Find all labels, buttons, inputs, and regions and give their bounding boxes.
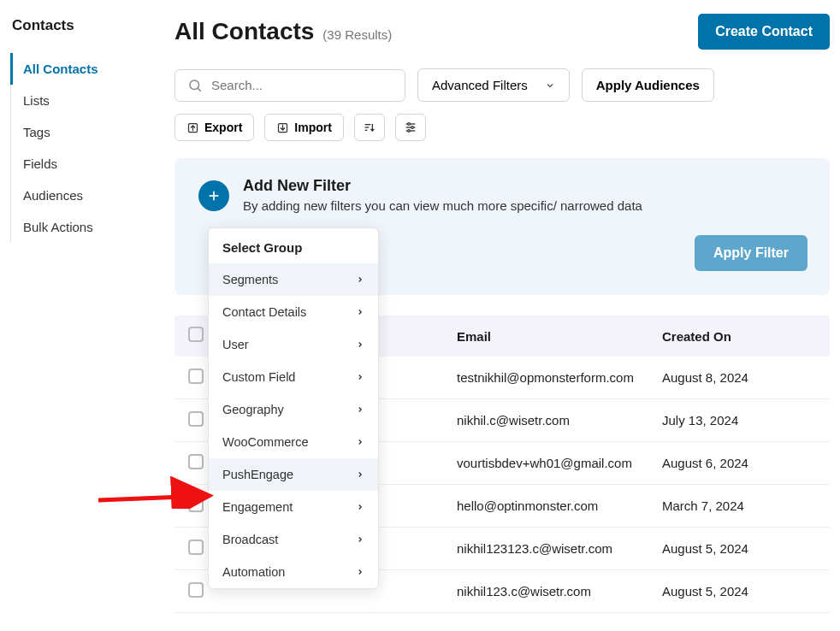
row-checkbox[interactable] bbox=[188, 497, 204, 512]
cell-created: August 8, 2024 bbox=[662, 370, 816, 385]
column-created[interactable]: Created On bbox=[662, 329, 816, 344]
sidebar-item-tags[interactable]: Tags bbox=[11, 116, 154, 148]
dropdown-header: Select Group bbox=[209, 228, 378, 263]
chevron-right-icon bbox=[356, 503, 364, 511]
import-icon bbox=[276, 121, 289, 134]
dropdown-item-automation[interactable]: Automation bbox=[209, 556, 378, 588]
dropdown-item-woocommerce[interactable]: WooCommerce bbox=[209, 426, 378, 458]
plus-icon bbox=[207, 189, 221, 203]
dropdown-item-pushengage[interactable]: PushEngage bbox=[209, 458, 378, 491]
sidebar-item-audiences[interactable]: Audiences bbox=[11, 180, 154, 211]
dropdown-item-label: Custom Field bbox=[222, 370, 295, 384]
dropdown-item-contact-details[interactable]: Contact Details bbox=[209, 296, 378, 328]
chevron-right-icon bbox=[356, 470, 364, 479]
cell-created: August 5, 2024 bbox=[662, 584, 816, 599]
dropdown-item-label: Broadcast bbox=[222, 533, 278, 546]
dropdown-item-label: PushEngage bbox=[222, 468, 293, 481]
advanced-filters-label: Advanced Filters bbox=[432, 78, 528, 92]
dropdown-item-geography[interactable]: Geography bbox=[209, 393, 378, 426]
dropdown-item-segments[interactable]: Segments bbox=[209, 263, 378, 296]
cell-created: August 6, 2024 bbox=[662, 456, 816, 470]
dropdown-item-label: User bbox=[222, 338, 249, 351]
svg-point-10 bbox=[408, 123, 411, 126]
export-label: Export bbox=[204, 121, 242, 134]
sidebar-nav: All ContactsListsTagsFieldsAudiencesBulk… bbox=[10, 53, 154, 243]
cell-email: hello@optinmonster.com bbox=[457, 498, 662, 513]
sidebar-item-fields[interactable]: Fields bbox=[11, 148, 154, 180]
sidebar-title: Contacts bbox=[10, 17, 154, 34]
page-title: All Contacts bbox=[175, 18, 314, 45]
search-box[interactable] bbox=[175, 69, 405, 102]
dropdown-item-label: Segments bbox=[222, 273, 278, 286]
chevron-right-icon bbox=[356, 373, 364, 381]
apply-audiences-button[interactable]: Apply Audiences bbox=[582, 68, 714, 102]
sidebar: Contacts All ContactsListsTagsFieldsAudi… bbox=[0, 0, 154, 613]
dropdown-item-label: Geography bbox=[222, 403, 284, 416]
chevron-right-icon bbox=[356, 405, 364, 414]
cell-email: nikhil123123.c@wisetr.com bbox=[457, 541, 662, 556]
chevron-right-icon bbox=[356, 535, 364, 544]
dropdown-item-label: Contact Details bbox=[222, 305, 306, 319]
chevron-right-icon bbox=[356, 568, 364, 576]
chevron-right-icon bbox=[356, 275, 364, 284]
advanced-filters-dropdown[interactable]: Advanced Filters bbox=[417, 68, 570, 102]
filter-title: Add New Filter bbox=[243, 177, 642, 195]
chevron-right-icon bbox=[356, 340, 364, 349]
apply-filter-button[interactable]: Apply Filter bbox=[695, 235, 807, 271]
export-button[interactable]: Export bbox=[175, 114, 254, 141]
select-group-dropdown: Select Group SegmentsContact DetailsUser… bbox=[208, 227, 379, 589]
sidebar-item-all-contacts[interactable]: All Contacts bbox=[10, 53, 154, 85]
cell-email: testnikhil@opmonsterform.com bbox=[457, 370, 662, 385]
chevron-down-icon bbox=[545, 80, 555, 91]
dropdown-item-label: Engagement bbox=[222, 500, 293, 514]
row-checkbox[interactable] bbox=[188, 369, 204, 384]
dropdown-item-label: WooCommerce bbox=[222, 435, 308, 449]
search-icon bbox=[187, 78, 203, 93]
import-label: Import bbox=[294, 121, 332, 134]
cell-email: nikhil.c@wisetr.com bbox=[457, 413, 662, 428]
export-icon bbox=[186, 121, 199, 134]
chevron-right-icon bbox=[356, 438, 364, 446]
svg-point-14 bbox=[408, 130, 411, 133]
svg-line-1 bbox=[198, 88, 200, 91]
cell-created: July 13, 2024 bbox=[662, 413, 816, 428]
sort-button[interactable] bbox=[354, 114, 385, 141]
row-checkbox[interactable] bbox=[188, 540, 204, 555]
filter-settings-button[interactable] bbox=[395, 114, 426, 141]
create-contact-button[interactable]: Create Contact bbox=[698, 14, 830, 50]
search-input[interactable] bbox=[211, 78, 393, 92]
cell-email: nikhil123.c@wisetr.com bbox=[457, 584, 662, 599]
select-all-checkbox[interactable] bbox=[188, 327, 204, 342]
svg-point-12 bbox=[411, 127, 414, 129]
row-checkbox[interactable] bbox=[188, 411, 204, 427]
dropdown-list: SegmentsContact DetailsUserCustom FieldG… bbox=[209, 263, 378, 588]
cell-created: August 5, 2024 bbox=[662, 541, 816, 556]
dropdown-item-user[interactable]: User bbox=[209, 328, 378, 361]
dropdown-item-engagement[interactable]: Engagement bbox=[209, 491, 378, 523]
sort-icon bbox=[363, 121, 376, 134]
add-filter-button[interactable] bbox=[198, 180, 229, 211]
svg-point-0 bbox=[190, 80, 199, 90]
sliders-icon bbox=[404, 121, 417, 134]
column-email[interactable]: Email bbox=[457, 329, 662, 344]
row-checkbox[interactable] bbox=[188, 454, 204, 469]
sidebar-item-bulk-actions[interactable]: Bulk Actions bbox=[11, 211, 154, 243]
row-checkbox[interactable] bbox=[188, 582, 204, 598]
dropdown-item-custom-field[interactable]: Custom Field bbox=[209, 361, 378, 393]
sidebar-item-lists[interactable]: Lists bbox=[11, 85, 154, 116]
cell-created: March 7, 2024 bbox=[662, 498, 816, 513]
dropdown-item-broadcast[interactable]: Broadcast bbox=[209, 523, 378, 556]
results-count: (39 Results) bbox=[322, 27, 392, 42]
dropdown-item-label: Automation bbox=[222, 565, 285, 579]
import-button[interactable]: Import bbox=[264, 114, 344, 141]
cell-email: vourtisbdev+wh01@gmail.com bbox=[457, 456, 662, 470]
chevron-right-icon bbox=[356, 308, 364, 316]
filter-description: By adding new filters you can view much … bbox=[243, 198, 642, 213]
